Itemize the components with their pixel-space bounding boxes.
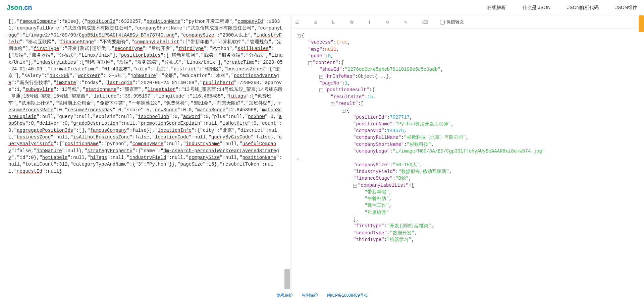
json-line: ], [297, 216, 639, 223]
refresh-icon[interactable]: ↻ [386, 20, 390, 24]
toggle-icon[interactable]: - [297, 34, 301, 38]
file-icon[interactable]: 🗎 [313, 20, 318, 24]
json-line: "companyLogo":"i/image/M00/5A/ED/Cgp3O1f… [297, 148, 639, 155]
json-line: "带薪年假", [297, 189, 639, 195]
json-line: "resultSize":15, [297, 94, 639, 100]
raw-json-text[interactable]: [],"famousCompany":false},{"positionId":… [8, 18, 283, 175]
json-line: "success":true, [297, 39, 639, 46]
json-line: -"positionResult":{ [297, 86, 639, 93]
toggle-icon[interactable]: - [308, 61, 312, 65]
page-scrollbar-thumb[interactable] [639, 15, 644, 32]
toggle-icon[interactable]: - [342, 109, 345, 113]
logo[interactable]: Json.cn [7, 4, 32, 11]
json-line: -"content":{ [297, 59, 639, 66]
sort-icon[interactable]: ⇅ [331, 20, 336, 24]
main: [],"famousCompany":false},{"positionId":… [0, 15, 644, 291]
json-line: "industryField":"数据服务,移动互联网", [297, 168, 639, 175]
formatted-json[interactable]: -{ "success":true, "msg":null, "code":0,… [292, 29, 644, 291]
copy-icon[interactable]: ☰ [295, 20, 300, 24]
json-line: -"companyLabelList":[ [297, 182, 639, 189]
json-line: "companyId":144576, [297, 127, 639, 134]
nav-online-parse[interactable]: 在线解析 [487, 5, 506, 11]
json-line: -"result":[ [297, 100, 639, 107]
json-line: "positionName":"Python算法开发工程师", [297, 121, 639, 127]
json-line: -{ [297, 107, 639, 114]
keep-escape-input[interactable] [440, 20, 445, 24]
json-line: "showId":"2276dc0c4e5e4eb78110198e5c5c3a… [297, 66, 639, 73]
json-line: "secondType":"数据开发", [297, 230, 639, 236]
keep-escape-label: 保留转义 [446, 19, 464, 25]
toolbar: ☰ 🗎 ⇅ 🗑 ⬇ ↻ ✎ ⌫ 保留转义 [292, 15, 644, 29]
json-line: "companyFullName":"杉数科技（北京）有限公司", [297, 134, 639, 141]
json-line: "financeStage":"B轮", [297, 175, 639, 182]
json-line: "firstType":"开发|测试|运维类", [297, 223, 639, 229]
json-line: "pageNo":1, [297, 80, 639, 86]
magic-icon[interactable]: ✎ [404, 20, 409, 24]
json-line: "年度旅游" [297, 209, 639, 216]
json-line: "午餐补助", [297, 195, 639, 202]
left-scrollbar-thumb[interactable] [284, 269, 290, 289]
json-line: "thirdType":"机器学习", [297, 236, 639, 243]
logo-cn: cn [24, 4, 32, 11]
json-line: -{ [297, 32, 639, 39]
json-line: , [297, 155, 639, 161]
nav-parse-code[interactable]: JSON解析代码 [567, 5, 598, 11]
trash-icon[interactable]: 🗑 [350, 20, 354, 24]
toggle-icon[interactable]: + [319, 75, 323, 79]
nav: 在线解析 什么是 JSON JSON解析代码 JSON组件 [487, 5, 637, 11]
toggle-icon[interactable]: - [353, 184, 357, 188]
download-icon[interactable]: ⬇ [368, 20, 372, 24]
json-line: "companyShortName":"杉数科技", [297, 141, 639, 148]
json-line: "companySize":"50-150人", [297, 162, 639, 168]
nav-what-is-json[interactable]: 什么是 JSON [523, 5, 550, 11]
header: Json.cn 在线解析 什么是 JSON JSON解析代码 JSON组件 [0, 0, 644, 15]
logo-json: Json [7, 4, 22, 11]
json-line: "msg":null, [297, 46, 639, 53]
json-line: +"hrInfoMap":Object{...}, [297, 73, 639, 80]
keep-escape-checkbox[interactable]: 保留转义 [440, 19, 464, 25]
json-line: "code":0, [297, 53, 639, 59]
clear-icon[interactable]: ⌫ [422, 20, 427, 24]
nav-components[interactable]: JSON组件 [615, 5, 637, 11]
left-scrollbar-track[interactable] [284, 15, 290, 291]
toggle-icon[interactable]: - [319, 88, 323, 92]
toggle-icon[interactable]: - [331, 102, 334, 106]
input-panel[interactable]: [],"famousCompany":false},{"positionId":… [0, 15, 290, 291]
json-line: "positionId":7027717, [297, 114, 639, 121]
json-line: "弹性工作", [297, 202, 639, 209]
output-panel: ☰ 🗎 ⇅ 🗑 ⬇ ↻ ✎ ⌫ 保留转义 -{ "success":true, … [292, 15, 644, 291]
